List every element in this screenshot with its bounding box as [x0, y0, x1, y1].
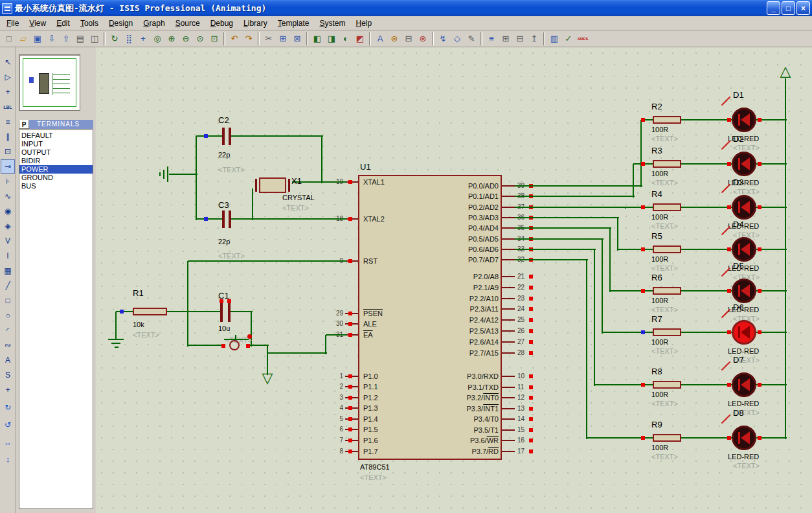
wire[interactable] — [610, 290, 654, 291]
wire[interactable] — [187, 261, 188, 347]
terminal-item-ground[interactable]: GROUND — [19, 174, 93, 182]
wire[interactable] — [267, 352, 327, 354]
block-rotate-icon[interactable]: ◐ — [339, 32, 353, 46]
wire[interactable] — [681, 249, 733, 250]
redraw-icon[interactable]: ↻ — [107, 32, 122, 46]
wire[interactable] — [515, 185, 642, 187]
chip-pin[interactable] — [502, 227, 515, 229]
2d-circle-mode-icon[interactable]: ○ — [1, 308, 15, 323]
remove-sheet-icon[interactable]: ⊟ — [513, 32, 527, 46]
component-mode-icon[interactable]: ▷ — [1, 70, 15, 84]
wire[interactable] — [515, 207, 627, 208]
chip-pin[interactable] — [502, 330, 515, 332]
netlist-to-ares-icon[interactable]: ARES — [576, 32, 590, 46]
chip-pin[interactable] — [502, 418, 515, 420]
open-design-icon[interactable]: ▱ — [16, 32, 30, 46]
wire[interactable] — [196, 136, 197, 220]
menu-design[interactable]: Design — [104, 17, 138, 30]
2d-box-mode-icon[interactable]: □ — [1, 293, 15, 308]
new-sheet-icon[interactable]: ⊞ — [499, 32, 513, 46]
wire[interactable] — [640, 120, 642, 187]
terminal-item-power[interactable]: POWER — [19, 165, 93, 174]
restore-button[interactable]: □ — [782, 1, 795, 15]
export-section-icon[interactable]: ⇧ — [59, 32, 73, 46]
chip-pin[interactable] — [502, 408, 515, 409]
chip-pin[interactable] — [502, 376, 515, 377]
resistor[interactable] — [653, 116, 681, 124]
2d-marker-mode-icon[interactable]: + — [1, 383, 15, 397]
redo-icon[interactable]: ↷ — [242, 32, 256, 46]
copy-icon[interactable]: ⊞ — [276, 32, 290, 46]
wire[interactable] — [681, 207, 733, 208]
wire[interactable] — [167, 311, 221, 312]
new-design-icon[interactable]: □ — [2, 32, 16, 46]
wire[interactable] — [325, 335, 326, 354]
led[interactable] — [732, 152, 756, 176]
wire[interactable] — [681, 332, 733, 333]
mirror-vertical-icon[interactable]: ↕ — [1, 453, 15, 467]
ground-terminal[interactable] — [167, 166, 168, 182]
pick-parts-button[interactable]: P — [19, 120, 29, 129]
resistor[interactable] — [653, 245, 681, 253]
property-assignment-icon[interactable]: ✎ — [464, 32, 479, 46]
2d-path-mode-icon[interactable]: ∾ — [1, 338, 15, 352]
cut-icon[interactable]: ✂ — [262, 32, 276, 46]
wire[interactable] — [188, 260, 346, 262]
current-probe-mode-icon[interactable]: I — [1, 249, 15, 263]
wire[interactable] — [326, 334, 346, 336]
resistor[interactable] — [653, 160, 681, 168]
wire[interactable] — [249, 345, 269, 346]
chip-pin[interactable] — [502, 429, 515, 431]
print-design-icon[interactable]: ▤ — [73, 32, 87, 46]
chip-pin[interactable] — [502, 276, 515, 277]
menu-edit[interactable]: Edit — [51, 17, 75, 30]
menu-system[interactable]: System — [314, 17, 350, 30]
wire[interactable] — [594, 249, 595, 386]
block-delete-icon[interactable]: ◩ — [353, 32, 367, 46]
junction-dot-mode-icon[interactable]: + — [1, 85, 15, 99]
wire[interactable] — [515, 238, 603, 240]
wire[interactable] — [188, 345, 224, 346]
design-explorer-icon[interactable]: ≡ — [484, 32, 499, 46]
resistor[interactable] — [653, 381, 681, 389]
terminal-item-bus[interactable]: BUS — [19, 182, 93, 190]
wire[interactable] — [231, 311, 253, 312]
led[interactable] — [732, 279, 756, 303]
minimize-button[interactable]: _ — [767, 1, 780, 15]
block-copy-icon[interactable]: ◧ — [310, 32, 324, 46]
wire[interactable] — [321, 136, 322, 183]
menu-view[interactable]: View — [24, 17, 51, 30]
terminal-item-default[interactable]: DEFAULT — [19, 131, 93, 140]
chip-pin[interactable] — [502, 287, 515, 288]
terminal-item-bidir[interactable]: BIDIR — [19, 157, 93, 165]
push-button-body[interactable] — [229, 340, 240, 350]
terminal-item-output[interactable]: OUTPUT — [19, 148, 93, 157]
wire[interactable] — [681, 163, 733, 165]
led[interactable] — [732, 195, 756, 220]
zoom-area-icon[interactable]: ⊡ — [207, 32, 221, 46]
resistor[interactable] — [653, 287, 681, 295]
menu-help[interactable]: Help — [350, 17, 377, 30]
wire[interactable] — [617, 218, 618, 251]
save-design-icon[interactable]: ▣ — [30, 32, 45, 46]
chip-pin[interactable] — [502, 259, 515, 260]
led[interactable] — [732, 372, 756, 397]
wire[interactable] — [681, 437, 733, 439]
wire[interactable] — [602, 239, 603, 334]
wire[interactable] — [618, 249, 654, 250]
chip-pin[interactable] — [502, 352, 515, 354]
wire[interactable] — [681, 119, 733, 120]
wire[interactable] — [515, 217, 619, 218]
mark-output-area-icon[interactable]: ◫ — [87, 32, 102, 46]
wire[interactable] — [586, 260, 587, 439]
wire[interactable] — [231, 218, 346, 220]
wire[interactable] — [196, 135, 223, 137]
chip-pin[interactable] — [502, 217, 515, 218]
led[interactable] — [732, 320, 756, 345]
2d-symbol-mode-icon[interactable]: S — [1, 368, 15, 382]
wire[interactable] — [196, 218, 223, 220]
menu-file[interactable]: File — [1, 17, 24, 30]
terminal-mode-icon[interactable]: ⊸ — [1, 159, 15, 174]
led[interactable] — [732, 426, 756, 450]
wire[interactable] — [515, 196, 635, 197]
